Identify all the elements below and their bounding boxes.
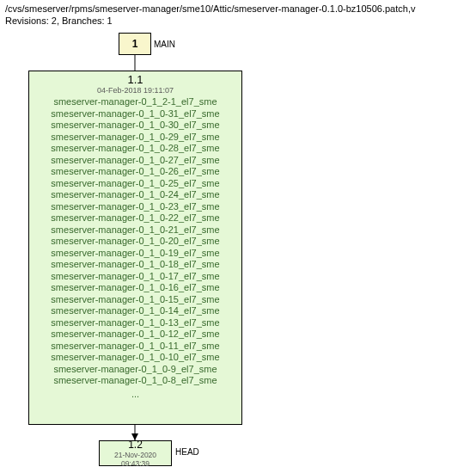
tag-item: smeserver-manager-0_1_0-8_el7_sme (29, 375, 241, 387)
tag-item: smeserver-manager-0_1_0-28_el7_sme (29, 143, 241, 155)
revisions-summary: Revisions: 2, Branches: 1 (0, 15, 476, 29)
tag-item: smeserver-manager-0_1_0-30_el7_sme (29, 120, 241, 132)
tag-item: smeserver-manager-0_1_0-15_el7_sme (29, 294, 241, 306)
revision-date-2: 21-Nov-2020 09:43:39 (100, 451, 171, 467)
ellipsis-icon: ... (29, 389, 241, 399)
graph-canvas: 1 MAIN 1.1 04-Feb-2018 19:11:07 smeserve… (0, 29, 476, 459)
tag-item: smeserver-manager-0_1_0-22_el7_sme (29, 212, 241, 224)
tag-item: smeserver-manager-0_1_0-14_el7_sme (29, 305, 241, 317)
tag-list: smeserver-manager-0_1_2-1_el7_smesmeserv… (29, 96, 241, 387)
tag-item: smeserver-manager-0_1_0-12_el7_sme (29, 329, 241, 341)
revision-number: 1.1 (29, 73, 241, 86)
tag-item: smeserver-manager-0_1_0-18_el7_sme (29, 259, 241, 271)
tag-item: smeserver-manager-0_1_0-26_el7_sme (29, 166, 241, 178)
tag-item: smeserver-manager-0_1_0-13_el7_sme (29, 317, 241, 329)
tag-item: smeserver-manager-0_1_0-16_el7_sme (29, 282, 241, 294)
revision-box-1-1: 1.1 04-Feb-2018 19:11:07 smeserver-manag… (28, 71, 242, 425)
tag-item: smeserver-manager-0_1_2-1_el7_sme (29, 96, 241, 108)
tag-item: smeserver-manager-0_1_0-25_el7_sme (29, 178, 241, 190)
branch-number: 1 (132, 38, 138, 50)
tag-item: smeserver-manager-0_1_0-19_el7_sme (29, 248, 241, 260)
tag-item: smeserver-manager-0_1_0-23_el7_sme (29, 201, 241, 213)
tag-item: smeserver-manager-0_1_0-31_el7_sme (29, 108, 241, 120)
branch-label-main: MAIN (154, 40, 175, 49)
tag-item: smeserver-manager-0_1_0-9_el7_sme (29, 364, 241, 376)
file-path: /cvs/smeserver/rpms/smeserver-manager/sm… (0, 0, 476, 15)
tag-item: smeserver-manager-0_1_0-24_el7_sme (29, 189, 241, 201)
tag-item: smeserver-manager-0_1_0-11_el7_sme (29, 341, 241, 353)
branch-box-main: 1 (119, 33, 151, 55)
head-label: HEAD (175, 447, 199, 457)
revision-box-1-2: 1.2 21-Nov-2020 09:43:39 (99, 440, 172, 466)
tag-item: smeserver-manager-0_1_0-17_el7_sme (29, 271, 241, 283)
tag-item: smeserver-manager-0_1_0-10_el7_sme (29, 352, 241, 364)
tag-item: smeserver-manager-0_1_0-29_el7_sme (29, 132, 241, 144)
tag-item: smeserver-manager-0_1_0-20_el7_sme (29, 236, 241, 248)
tag-item: smeserver-manager-0_1_0-27_el7_sme (29, 155, 241, 167)
revision-number-2: 1.2 (128, 439, 143, 451)
tag-item: smeserver-manager-0_1_0-21_el7_sme (29, 224, 241, 237)
revision-date: 04-Feb-2018 19:11:07 (29, 86, 241, 95)
